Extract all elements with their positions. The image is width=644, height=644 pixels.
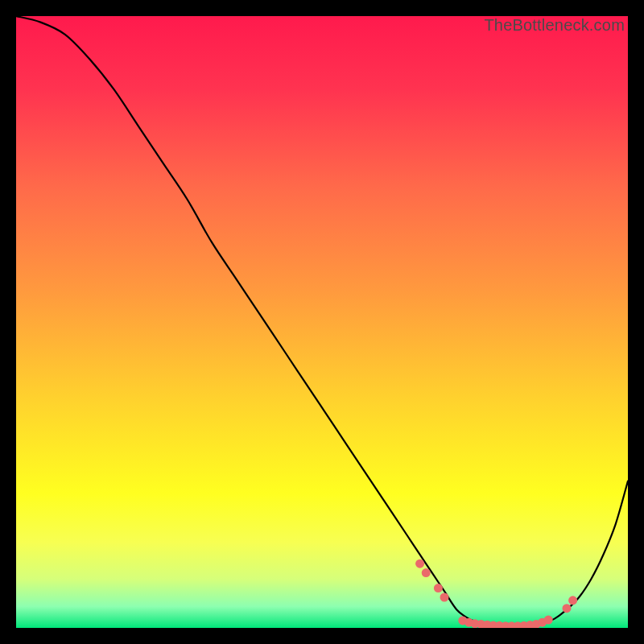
highlight-dot	[422, 568, 431, 577]
highlight-dots	[415, 559, 577, 628]
highlight-dot	[544, 616, 553, 625]
highlight-dot	[434, 584, 443, 592]
highlight-dot	[440, 593, 449, 602]
watermark-text: TheBottleneck.com	[484, 16, 625, 35]
plot-frame: TheBottleneck.com	[16, 16, 628, 628]
highlight-dot	[568, 596, 577, 605]
chart-svg	[16, 16, 628, 628]
bottleneck-curve	[16, 16, 628, 626]
highlight-dot	[415, 559, 424, 568]
highlight-dot	[563, 604, 572, 613]
